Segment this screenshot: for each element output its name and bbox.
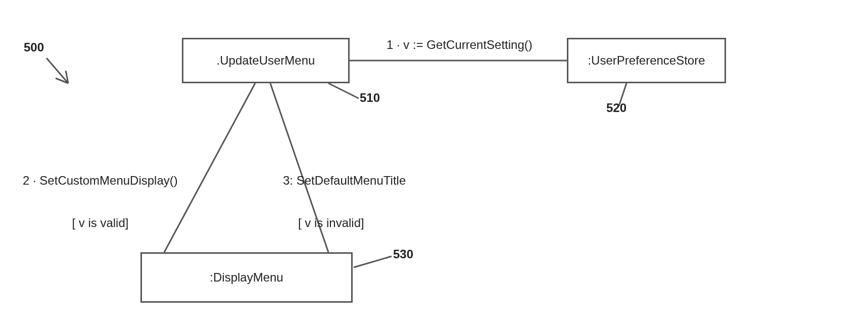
box-display-menu: :DisplayMenu — [140, 252, 353, 303]
box-user-preference-store: :UserPreferenceStore — [567, 38, 726, 83]
msg2-line2: [ v is valid] — [23, 216, 178, 230]
box-update-user-menu: .UpdateUserMenu — [182, 38, 350, 83]
msg2-line1: 2 · SetCustomMenuDisplay() — [23, 174, 178, 188]
ref-520: 520 — [606, 101, 626, 115]
box-update-user-menu-label: .UpdateUserMenu — [217, 53, 315, 68]
msg3-line1: 3: SetDefaultMenuTitle — [283, 174, 406, 188]
arrow-500-head2 — [66, 71, 68, 83]
ref-510: 510 — [360, 91, 380, 105]
box-user-preference-store-label: :UserPreferenceStore — [588, 53, 705, 68]
arrow-500-head1 — [56, 78, 68, 83]
arrow-500-shaft — [46, 58, 68, 83]
ref-530: 530 — [393, 247, 413, 261]
connector-msg2 — [164, 83, 255, 252]
msg3-line2: [ v is invalid] — [283, 216, 406, 230]
box-display-menu-label: :DisplayMenu — [210, 270, 283, 285]
leader-530 — [354, 256, 392, 267]
msg1-label: 1 · v := GetCurrentSetting() — [387, 38, 533, 52]
leader-510 — [328, 83, 359, 98]
diagram-ref: 500 — [24, 40, 44, 54]
msg3-label: 3: SetDefaultMenuTitle [ v is invalid] — [283, 145, 406, 244]
msg2-label: 2 · SetCustomMenuDisplay() [ v is valid] — [23, 145, 178, 244]
